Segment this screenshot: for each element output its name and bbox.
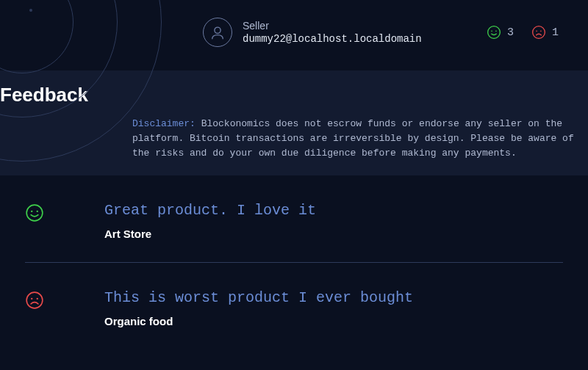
feedback-list: Great product. I love it Art Store This … <box>0 175 588 349</box>
disclaimer-tag: Disclaimer: <box>132 118 196 129</box>
section-title: Feedback <box>0 84 588 106</box>
svg-point-11 <box>31 298 32 300</box>
svg-point-2 <box>491 31 492 32</box>
svg-point-6 <box>540 31 542 32</box>
seller-label: Seller <box>243 20 422 32</box>
negative-rating: 1 <box>531 25 559 40</box>
disclaimer-text: Blockonomics does not escrow funds or en… <box>132 118 574 159</box>
svg-point-9 <box>37 211 38 212</box>
feedback-item: This is worst product I ever bought Orga… <box>25 263 563 349</box>
svg-point-0 <box>215 27 220 33</box>
header: Seller dummy22@localhost.localdomain 3 1 <box>0 0 588 70</box>
feedback-item: Great product. I love it Art Store <box>25 175 563 263</box>
seller-block: Seller dummy22@localhost.localdomain <box>203 18 422 47</box>
feedback-comment: Great product. I love it <box>104 202 316 219</box>
happy-face-icon <box>25 203 44 222</box>
svg-point-4 <box>533 26 545 39</box>
svg-point-1 <box>488 26 501 39</box>
positive-rating: 3 <box>487 25 514 40</box>
feedback-section-header: Feedback Disclaimer: Blockonomics does n… <box>0 70 588 175</box>
ratings-summary: 3 1 <box>487 25 559 40</box>
sad-face-icon <box>25 291 44 310</box>
avatar <box>203 18 232 47</box>
disclaimer: Disclaimer: Blockonomics does not escrow… <box>132 117 588 161</box>
feedback-product: Art Store <box>104 228 316 240</box>
svg-point-3 <box>495 31 497 32</box>
svg-point-10 <box>26 293 43 309</box>
svg-point-5 <box>536 31 537 32</box>
svg-point-12 <box>37 298 38 300</box>
svg-point-8 <box>31 211 32 212</box>
sad-face-icon <box>531 25 546 40</box>
svg-point-7 <box>26 206 43 222</box>
negative-count: 1 <box>552 26 559 39</box>
feedback-comment: This is worst product I ever bought <box>104 289 413 306</box>
happy-face-icon <box>487 25 501 40</box>
positive-count: 3 <box>507 26 514 39</box>
person-icon <box>209 24 226 40</box>
feedback-product: Organic food <box>104 315 413 327</box>
seller-email: dummy22@localhost.localdomain <box>243 33 422 45</box>
